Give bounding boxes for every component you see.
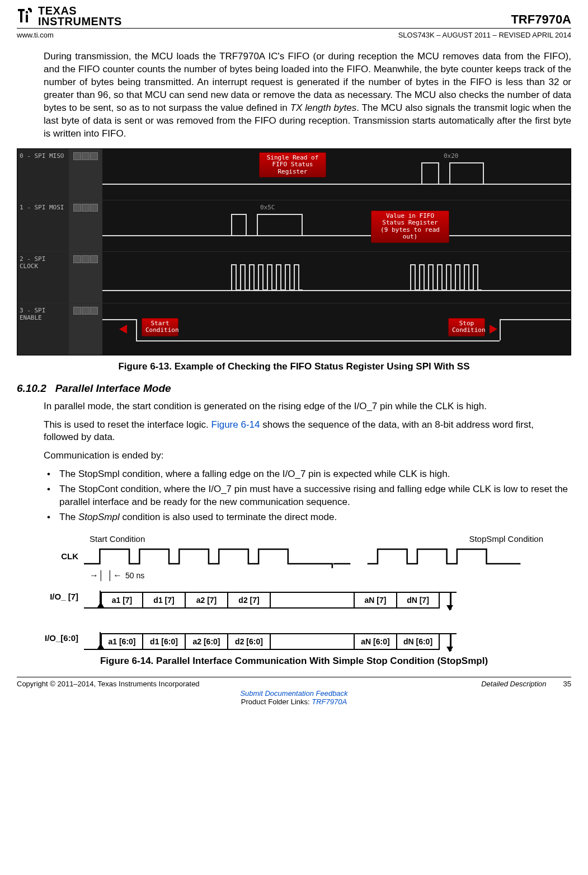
bullet-2: The StopCont condition, where the I/O_7 … <box>44 483 571 509</box>
clk-label: CLK <box>39 551 84 561</box>
bullet-1: The StopSmpl condition, where a falling … <box>44 468 571 481</box>
scope-ch1-label: 1 - SPI MOSI <box>17 200 69 251</box>
part-number: TRF7970A <box>511 12 571 27</box>
tag-fifo-value: Value in FIFO Status Register(9 bytes to… <box>371 210 449 244</box>
intro-paragraph: During transmission, the MCU loads the T… <box>44 50 571 141</box>
page-footer: Copyright © 2011–2014, Texas Instruments… <box>17 677 571 706</box>
doc-id: SLOS743K – AUGUST 2011 – REVISED APRIL 2… <box>398 31 571 39</box>
product-folder-link[interactable]: TRF7970A <box>312 698 347 706</box>
figure-6-13-caption: Figure 6-13. Example of Checking the FIF… <box>17 361 571 372</box>
ti-logo-icon <box>17 7 35 26</box>
stop-condition-label: StopSmpl Condition <box>469 534 543 544</box>
submit-feedback-link[interactable]: Submit Documentation Feedback <box>240 689 347 698</box>
scope-ch3-label: 3 - SPI ENABLE <box>17 303 69 355</box>
tag-stop-condition: Stop Condition <box>448 318 485 336</box>
sec-p2: This is used to reset the interface logi… <box>44 419 571 444</box>
clk-trace <box>84 544 549 568</box>
io60-trace: a1 [6:0] d1 [6:0] a2 [6:0] d2 [6:0] aN [… <box>84 625 549 650</box>
ti-url-link[interactable]: www.ti.com <box>17 31 54 39</box>
ti-logo: TEXAS INSTRUMENTS <box>17 6 122 27</box>
logo-text-2: INSTRUMENTS <box>38 16 122 27</box>
io7-trace: a1 [7] d1 [7] a2 [7] d2 [7] aN [7] dN [7… <box>84 584 549 609</box>
start-arrow-icon <box>119 325 127 334</box>
figure-6-14-caption: Figure 6-14. Parallel Interface Communic… <box>17 656 571 667</box>
stop-arrow-icon <box>490 325 497 334</box>
tag-start-condition: Start Condition <box>142 318 178 336</box>
miso-hex: 0x20 <box>444 152 459 160</box>
tag-single-read: Single Read of FIFO Status Register <box>259 152 326 178</box>
footer-section: Detailed Description <box>481 680 546 688</box>
io60-label: I/O_[6:0] <box>39 633 84 643</box>
page-number: 35 <box>563 680 571 688</box>
product-folder-prefix: Product Folder Links: <box>241 698 312 706</box>
figure-6-13-scope: 0 - SPI MISO 0x20 Single Read of FIFO St… <box>17 148 571 355</box>
section-heading: 6.10.2 Parallel Interface Mode <box>17 382 571 395</box>
io7-label: I/O_ [7] <box>39 592 84 601</box>
figure-6-14-timing: Start Condition StopSmpl Condition CLK →… <box>39 534 549 650</box>
scope-ch2-label: 2 - SPI CLOCK <box>17 252 69 303</box>
scope-ch2-tools <box>69 252 102 303</box>
bullet-3: The StopSmpl condition is also used to t… <box>44 511 571 524</box>
bullet-list: The StopSmpl condition, where a falling … <box>44 468 571 524</box>
sub-header: www.ti.com SLOS743K – AUGUST 2011 – REVI… <box>17 31 571 39</box>
scope-ch0-label: 0 - SPI MISO <box>17 149 69 200</box>
page-header: TEXAS INSTRUMENTS TRF7970A <box>17 6 571 29</box>
copyright-text: Copyright © 2011–2014, Texas Instruments… <box>17 680 200 688</box>
mosi-hex: 0x5C <box>260 204 275 211</box>
scope-ch0-tools <box>69 149 102 200</box>
sec-p1: In parallel mode, the start condition is… <box>44 400 571 413</box>
delay-label: 50 ns <box>125 571 144 580</box>
sec-p3: Communication is ended by: <box>44 450 571 462</box>
scope-ch3-tools <box>69 303 102 355</box>
start-condition-label: Start Condition <box>90 534 145 544</box>
figure-6-14-link[interactable]: Figure 6-14 <box>211 419 260 430</box>
scope-ch1-tools <box>69 200 102 251</box>
